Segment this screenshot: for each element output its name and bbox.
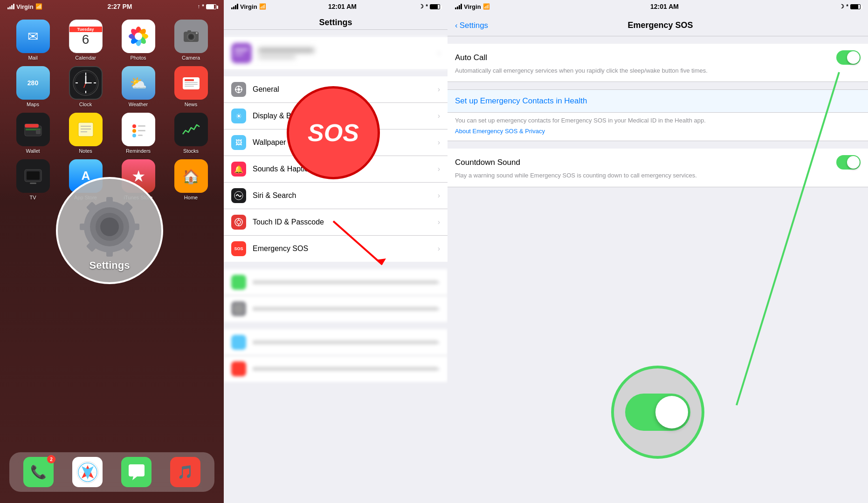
wallet-icon (16, 113, 50, 146)
app-photos[interactable]: Photos (115, 20, 162, 61)
auto-call-title: Auto Call (455, 53, 487, 62)
app-news[interactable]: News (167, 66, 214, 107)
svg-rect-25 (183, 77, 200, 89)
svg-rect-13 (187, 30, 191, 33)
app-notes[interactable]: Notes (62, 113, 109, 154)
settings-title: Settings (224, 18, 448, 27)
app-camera-label: Camera (182, 55, 200, 61)
tv-icon (16, 159, 50, 193)
app-stocks-label: Stocks (183, 148, 199, 154)
settings-row-sos[interactable]: SOS Emergency SOS › (224, 236, 448, 262)
svg-rect-47 (30, 183, 36, 184)
blurred-text2 (253, 306, 438, 311)
privacy-link[interactable]: About Emergency SOS & Privacy (455, 128, 545, 135)
status-right-panel3: ☽ * (839, 3, 861, 10)
dock-phone[interactable]: 📞 2 (23, 457, 54, 487)
home-icon: 🏠 (174, 159, 208, 193)
wifi-icon-panel2: 📶 (259, 3, 266, 10)
emergency-contacts-link-row[interactable]: Set up Emergency Contacts in Health (448, 90, 868, 113)
large-toggle-inner (625, 394, 690, 431)
battery-icon (206, 4, 216, 9)
app-maps[interactable]: 280 Maps (9, 66, 56, 107)
status-bar-panel2: Virgin 📶 12:01 AM ☽ * (224, 0, 448, 13)
app-notes-label: Notes (79, 148, 92, 154)
app-tv-label: TV (29, 195, 36, 200)
signal-icon-panel3 (455, 4, 462, 9)
svg-rect-69 (234, 54, 243, 56)
status-carrier-signal-panel1: Virgin 📶 (7, 3, 42, 10)
safari-icon (72, 457, 103, 487)
svg-rect-74 (241, 89, 242, 90)
bluetooth-icon-panel3: * (846, 3, 848, 10)
phone-badge: 2 (47, 455, 55, 463)
countdown-sound-section: Countdown Sound Play a warning sound whi… (448, 149, 868, 187)
wifi-icon-panel3: 📶 (483, 3, 490, 10)
notes-icon (69, 113, 103, 146)
mail-icon: ✉ (16, 20, 50, 53)
countdown-sound-header: Countdown Sound (455, 155, 861, 170)
app-stocks[interactable]: Stocks (167, 113, 214, 154)
settings-row-touchid[interactable]: Touch ID & Passcode › (224, 209, 448, 236)
carrier-label-panel3: Virgin (464, 3, 481, 10)
app-mail[interactable]: ✉ Mail (9, 20, 56, 61)
safari-svg (76, 461, 99, 484)
auto-call-header: Auto Call (455, 50, 861, 65)
stocks-icon (174, 113, 208, 146)
music-icon: 🎵 (170, 457, 200, 487)
general-chevron: › (438, 85, 440, 94)
svg-rect-44 (138, 135, 143, 136)
countdown-sound-toggle[interactable] (836, 155, 861, 170)
auto-call-section: Auto Call Automatically call emergency s… (448, 44, 868, 82)
app-weather[interactable]: ⛅ Weather (115, 66, 162, 107)
sos-icon-text: SOS (308, 119, 359, 147)
wallpaper-chevron: › (438, 138, 440, 147)
emergency-contacts-desc-section: You can set up emergency contacts for Em… (448, 113, 868, 141)
emergency-contacts-link: Set up Emergency Contacts in Health (455, 96, 587, 105)
app-tv[interactable]: TV (9, 159, 56, 200)
app-camera[interactable]: Camera (167, 20, 214, 61)
profile-icon (231, 43, 252, 63)
app-grid: ✉ Mail Tuesday 6 Calendar (0, 15, 224, 205)
large-toggle-circle (611, 366, 704, 459)
app-wallet[interactable]: Wallet (9, 113, 56, 154)
svg-rect-35 (78, 122, 93, 136)
blurred-text3 (253, 340, 438, 345)
time-panel3: 12:01 AM (650, 3, 679, 10)
settings-profile-row[interactable]: › (224, 37, 448, 69)
svg-point-39 (132, 124, 136, 128)
svg-rect-42 (138, 125, 145, 127)
back-chevron-icon: ‹ (455, 21, 458, 30)
dock-safari[interactable] (72, 457, 103, 487)
app-clock[interactable]: Clock (62, 66, 109, 107)
app-calendar[interactable]: Tuesday 6 Calendar (62, 20, 109, 61)
status-bar-panel3: Virgin 📶 12:01 AM ☽ * (448, 0, 868, 13)
auto-call-toggle[interactable] (836, 50, 861, 65)
display-chevron: › (438, 112, 440, 120)
carrier-label-panel2: Virgin (240, 3, 257, 10)
svg-rect-53 (80, 224, 88, 230)
calendar-day: 6 (82, 33, 90, 46)
emergency-contacts-desc: You can set up emergency contacts for Em… (455, 116, 861, 125)
app-home[interactable]: 🏠 Home (167, 159, 214, 200)
svg-point-41 (132, 134, 136, 137)
battery-fill (207, 5, 214, 9)
blurred-text4 (253, 367, 438, 371)
dock-messages[interactable] (121, 457, 152, 487)
display-icon: ☀ (231, 109, 246, 123)
general-icon (231, 82, 246, 97)
dock-music[interactable]: 🎵 (170, 457, 200, 487)
app-reminders[interactable]: Reminders (115, 113, 162, 154)
back-button[interactable]: ‹ Settings (455, 21, 488, 30)
general-gear (234, 85, 243, 94)
svg-rect-54 (131, 224, 139, 230)
settings-row-siri[interactable]: Siri & Search › (224, 183, 448, 209)
blurred-chevron3: › (438, 338, 440, 347)
blurred-icon4 (231, 361, 246, 376)
sos-circle-overlay: SOS (287, 86, 380, 179)
svg-point-60 (100, 218, 119, 236)
battery-fill-panel2 (430, 5, 438, 9)
siri-icon (231, 188, 246, 203)
photos-icon (122, 20, 155, 53)
svg-rect-51 (106, 197, 113, 205)
emergency-sos-panel: Virgin 📶 12:01 AM ☽ * ‹ Settings Emergen… (448, 0, 868, 503)
